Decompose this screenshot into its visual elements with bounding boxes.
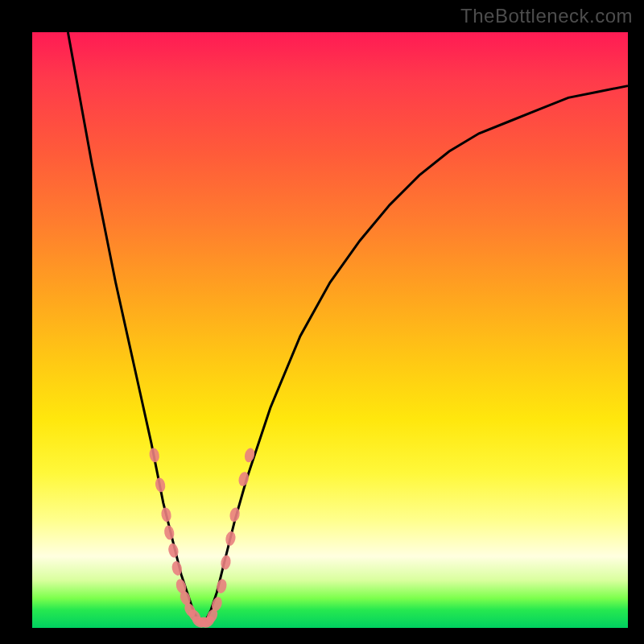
chart-svg	[32, 32, 628, 628]
highlight-dot	[160, 506, 172, 522]
highlight-dot	[220, 555, 232, 571]
highlight-dots	[148, 447, 256, 630]
highlight-dot	[163, 525, 175, 541]
highlight-dot	[154, 477, 166, 493]
highlight-dot	[225, 530, 237, 547]
highlight-dot	[148, 447, 160, 463]
outer-frame: TheBottleneck.com	[0, 0, 644, 644]
right-curve	[205, 86, 628, 622]
watermark-text: TheBottleneck.com	[460, 5, 633, 27]
left-curve	[68, 32, 199, 622]
highlight-dot	[243, 447, 256, 463]
plot-area	[32, 32, 628, 628]
